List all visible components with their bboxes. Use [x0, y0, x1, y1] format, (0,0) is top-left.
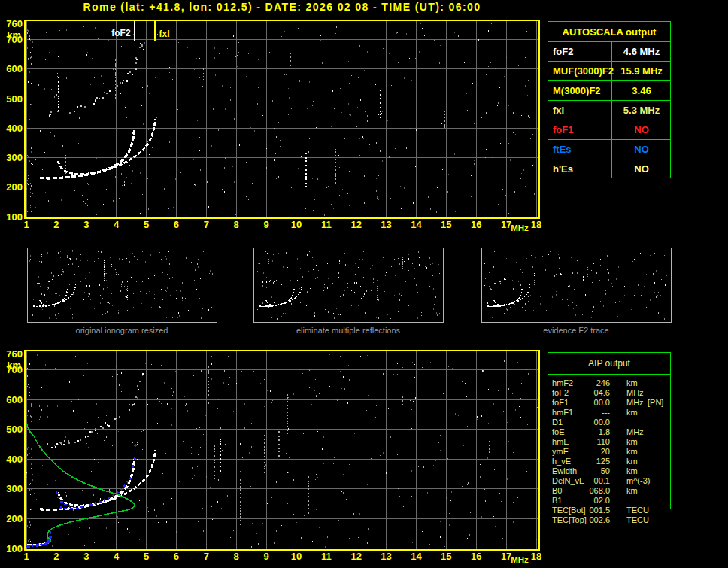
param-extra: [PN]	[648, 398, 663, 408]
aip-row-yme: ymE20km	[548, 447, 672, 457]
param-label: Ewidth	[552, 466, 577, 476]
svg-text:100: 100	[6, 211, 23, 223]
param-unit: km	[626, 457, 638, 466]
svg-text:8: 8	[234, 219, 239, 230]
svg-text:760: 760	[6, 18, 23, 29]
aip-row-d1: D100.0	[548, 418, 672, 427]
svg-text:15: 15	[441, 551, 451, 562]
param-unit: km	[626, 486, 638, 496]
plot-border	[25, 351, 539, 550]
svg-text:13: 13	[381, 219, 391, 230]
param-unit: km	[626, 447, 638, 457]
autoscala-row-fof2: foF24.6 MHz	[548, 42, 670, 62]
svg-text:13: 13	[381, 551, 391, 562]
param-value: NO	[611, 159, 672, 179]
svg-text:7: 7	[204, 219, 209, 230]
param-unit: km	[626, 408, 638, 418]
svg-text:17: 17	[501, 219, 511, 230]
param-unit: MHz	[626, 388, 644, 398]
svg-text:4: 4	[114, 551, 120, 562]
svg-text:1: 1	[23, 219, 29, 230]
param-label: M(3000)F2	[553, 81, 601, 101]
svg-text:12: 12	[350, 219, 361, 230]
param-value: 1.8	[577, 427, 610, 437]
aip-row-ewidth: Ewidth50km	[548, 466, 672, 476]
param-value: 02.0	[577, 496, 610, 506]
svg-text:500: 500	[6, 93, 23, 105]
svg-text:15: 15	[441, 219, 451, 230]
svg-text:10: 10	[291, 551, 302, 562]
svg-text:5: 5	[144, 219, 149, 230]
fxI-marker-label: fxI	[159, 29, 169, 39]
param-value: 50	[577, 466, 610, 476]
param-label: foF1	[552, 398, 569, 408]
f2-traces	[27, 451, 156, 546]
second-hop-trace	[47, 373, 144, 448]
svg-text:200: 200	[6, 181, 23, 193]
svg-text:200: 200	[6, 513, 23, 524]
aip-row-fof2: foF204.6MHz	[548, 388, 672, 398]
param-unit: km	[626, 437, 638, 447]
svg-text:MHz: MHz	[511, 223, 529, 232]
second-hop-trace	[49, 43, 144, 116]
panel-noise	[257, 250, 441, 319]
param-label: D1	[552, 418, 563, 427]
panel-caption-eliminate: eliminate multiple reflections	[253, 326, 443, 335]
svg-text:3: 3	[83, 219, 89, 230]
svg-text:6: 6	[174, 219, 179, 230]
autoscala-screen: { "title": "Rome (lat: +41.8, lon: 012.5…	[0, 0, 728, 568]
aip-row-hmf1: hmF1---km	[548, 408, 672, 418]
aip-row-hmf2: hmF2246km	[548, 378, 672, 388]
panel-noise	[29, 250, 214, 319]
param-label: B1	[552, 496, 562, 506]
svg-text:3: 3	[83, 551, 89, 562]
svg-text:9: 9	[263, 219, 268, 230]
param-value: 002.6	[577, 515, 610, 525]
param-label: foF2	[552, 388, 569, 398]
autoscala-row-m3000f2: M(3000)F23.46	[548, 81, 670, 101]
svg-text:600: 600	[6, 63, 23, 74]
param-unit: km	[626, 378, 638, 388]
param-value: 00.1	[577, 476, 610, 486]
panel-o-trace	[33, 288, 68, 307]
grid-lines	[26, 21, 538, 217]
param-value: NO	[611, 120, 672, 140]
mini-panel-evidence-f2	[481, 248, 671, 322]
aip-row-foe: foE1.8MHz	[548, 427, 672, 437]
param-label: ymE	[552, 447, 569, 457]
aip-row-b1: B102.0	[548, 496, 672, 506]
panel-second-hop	[262, 278, 281, 283]
svg-text:14: 14	[411, 551, 422, 562]
param-value: 068.0	[577, 486, 610, 496]
svg-text:10: 10	[291, 219, 302, 230]
frequency-markers: foF2fxI	[111, 21, 169, 41]
svg-text:km: km	[7, 29, 21, 41]
param-label: h'Es	[553, 159, 573, 179]
param-label: foE	[552, 427, 565, 437]
svg-text:2: 2	[53, 551, 59, 562]
autoscala-row-hes: h'EsNO	[548, 159, 670, 179]
plot-border	[25, 20, 539, 218]
panel-second-hop	[491, 278, 507, 284]
param-label: hmF2	[552, 378, 573, 388]
param-unit: MHz	[626, 427, 644, 437]
param-value: 4.6 MHz	[611, 42, 672, 62]
param-value: 125	[577, 457, 610, 466]
aip-row-delnve: DelN_vE00.1m^(-3)	[548, 476, 672, 486]
svg-text:760: 760	[6, 348, 23, 360]
param-value: 04.6	[577, 388, 610, 398]
electron-density-profile	[26, 424, 135, 546]
panel-o-trace	[259, 288, 294, 307]
panel-border	[481, 248, 671, 322]
param-value: 246	[577, 378, 610, 388]
aip-row-hme: hmE110km	[548, 437, 672, 447]
param-value: 001.5	[577, 506, 610, 515]
param-unit: km	[626, 466, 638, 476]
panel-caption-evidence: evidence F2 trace	[481, 326, 671, 335]
mini-panel-eliminate-reflections	[253, 248, 443, 322]
param-label: hmF1	[552, 408, 573, 418]
svg-text:300: 300	[6, 483, 23, 494]
panel-x-trace	[40, 285, 76, 305]
svg-text:300: 300	[6, 152, 23, 163]
autoscala-row-muf3000f2: MUF(3000)F215.9 MHz	[548, 62, 670, 81]
